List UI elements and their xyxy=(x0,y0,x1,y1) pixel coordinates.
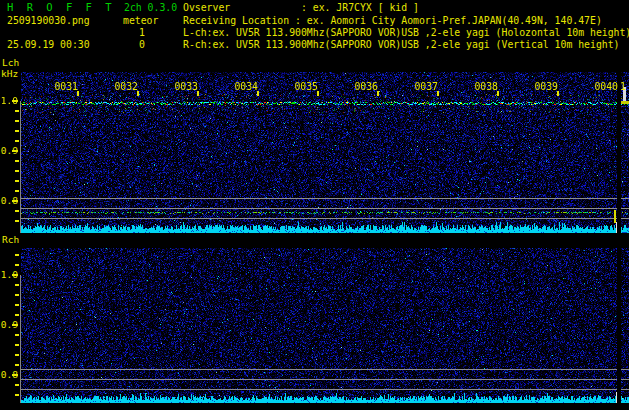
time-label: 0036 xyxy=(352,81,378,92)
rch-freq-minor-tick xyxy=(15,294,19,296)
partial-time-label: 1 xyxy=(620,81,626,92)
lch-spectrogram-canvas xyxy=(21,72,629,233)
time-label: 0033 xyxy=(172,81,198,92)
rch-freq-minor-tick xyxy=(15,304,19,306)
time-tick xyxy=(377,91,379,96)
lch-freq-major-tick xyxy=(12,150,18,152)
hrofft-window: H R O F F T 2ch 0.3.0 2509190030.png met… xyxy=(0,0,629,410)
lch-axis-label: Lch xyxy=(2,57,19,68)
time-tick xyxy=(437,91,439,96)
time-tick xyxy=(317,91,319,96)
time-label: 0040 xyxy=(592,81,618,92)
output-filename: 2509190030.png xyxy=(7,15,90,26)
record-datetime: 25.09.19 00:30 xyxy=(7,39,90,50)
time-label: 0032 xyxy=(112,81,138,92)
rch-freq-minor-tick xyxy=(15,354,19,356)
rch-freq-major-tick xyxy=(12,324,18,326)
time-tick xyxy=(257,91,259,96)
rch-freq-minor-tick xyxy=(15,314,19,316)
khz-unit-label: kHz xyxy=(1,68,18,79)
time-label: 0039 xyxy=(532,81,558,92)
lch-freq-minor-tick xyxy=(15,140,19,142)
time-tick xyxy=(77,91,79,96)
rch-freq-minor-tick xyxy=(15,384,19,386)
time-tick xyxy=(197,91,199,96)
rch-freq-minor-tick xyxy=(15,254,19,256)
rch-freq-minor-tick xyxy=(15,334,19,336)
rch-axis-line xyxy=(20,275,21,403)
app-version: 2ch 0.3.0 xyxy=(124,2,177,13)
lch-freq-major-tick xyxy=(12,100,18,102)
lch-freq-minor-tick xyxy=(15,210,19,212)
time-label: 0035 xyxy=(292,81,318,92)
rch-freq-minor-tick xyxy=(15,284,19,286)
lch-freq-major-tick xyxy=(12,200,18,202)
mode-label: meteor xyxy=(123,15,158,26)
time-tick xyxy=(137,91,139,96)
meteor-count-lch: 1 xyxy=(139,27,145,38)
time-tick xyxy=(557,91,559,96)
observer-line: Ovserver : ex. JR7CYX [ kid ] xyxy=(183,2,419,13)
lch-freq-minor-tick xyxy=(15,120,19,122)
lch-config-line: L-ch:ex. UV5R 113.900Mhz(SAPPORO VOR)USB… xyxy=(183,27,629,38)
meteor-count-rch: 0 xyxy=(139,39,145,50)
rch-freq-minor-tick xyxy=(15,264,19,266)
lch-freq-minor-tick xyxy=(15,180,19,182)
time-label: 0031 xyxy=(52,81,78,92)
time-label: 0034 xyxy=(232,81,258,92)
rch-freq-minor-tick xyxy=(15,364,19,366)
app-title: H R O F F T xyxy=(7,2,115,13)
rch-freq-minor-tick xyxy=(15,344,19,346)
rch-config-line: R-ch:ex. UV5R 113.900Mhz(SAPPORO VOR)USB… xyxy=(183,39,619,50)
rch-spectrogram-canvas xyxy=(21,248,629,403)
time-label: 0037 xyxy=(412,81,438,92)
rch-freq-major-tick xyxy=(12,274,18,276)
rch-freq-minor-tick xyxy=(15,394,19,396)
rch-freq-major-tick xyxy=(12,374,18,376)
lch-freq-minor-tick xyxy=(15,160,19,162)
lch-freq-minor-tick xyxy=(15,220,19,222)
location-line: Receiving Location : ex. Aomori City Aom… xyxy=(183,15,602,26)
rch-axis-label: Rch xyxy=(2,234,19,245)
lch-freq-minor-tick xyxy=(15,110,19,112)
lch-freq-minor-tick xyxy=(15,190,19,192)
lch-freq-minor-tick xyxy=(15,130,19,132)
lch-freq-minor-tick xyxy=(15,170,19,172)
time-tick xyxy=(497,91,499,96)
lch-axis-line xyxy=(20,101,21,233)
time-label: 0038 xyxy=(472,81,498,92)
